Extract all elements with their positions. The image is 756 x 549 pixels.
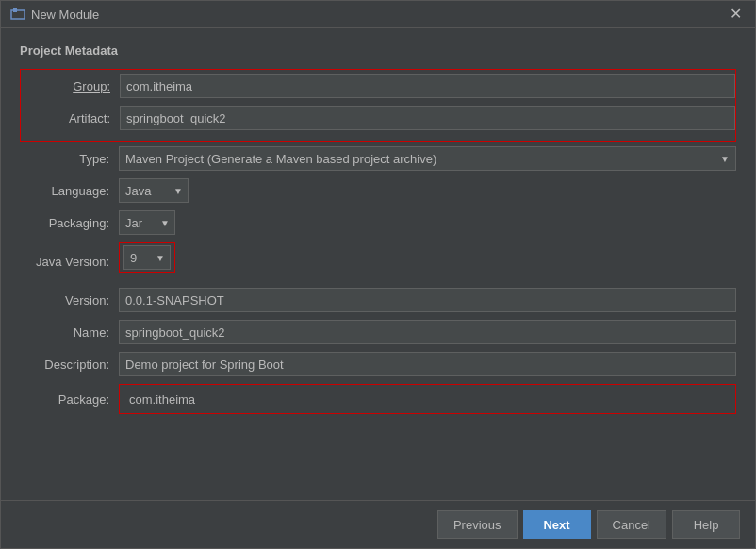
form-content: Project Metadata Group: Artifact: Type: …: [1, 28, 755, 500]
java-version-select[interactable]: 9 8 11 17: [123, 245, 171, 270]
next-button[interactable]: Next: [523, 510, 591, 539]
version-input[interactable]: [119, 288, 736, 312]
svg-rect-1: [13, 8, 17, 12]
help-button[interactable]: Help: [672, 510, 740, 539]
name-field-row: Name:: [20, 320, 736, 344]
artifact-input[interactable]: [120, 106, 735, 130]
packaging-select-wrapper: Jar War ▼: [119, 210, 175, 235]
java-version-label: Java Version:: [20, 255, 119, 269]
previous-button[interactable]: Previous: [437, 510, 518, 539]
package-label: Package:: [20, 392, 119, 407]
type-select-container: Maven Project (Generate a Maven based pr…: [119, 146, 736, 171]
dialog-title: New Module: [31, 8, 99, 22]
group-artifact-highlight: Group: Artifact:: [20, 69, 736, 142]
version-label: Version:: [20, 293, 119, 308]
language-field-row: Language: Java Kotlin Groovy ▼: [20, 178, 736, 203]
name-input[interactable]: [119, 320, 736, 344]
packaging-field-row: Packaging: Jar War ▼: [20, 210, 736, 235]
group-input[interactable]: [120, 74, 735, 98]
packaging-label: Packaging:: [20, 216, 119, 230]
version-field-row: Version:: [20, 288, 736, 312]
title-bar: New Module ✕: [1, 1, 755, 28]
title-bar-left: New Module: [10, 7, 99, 22]
type-field-row: Type: Maven Project (Generate a Maven ba…: [20, 146, 736, 171]
description-field-row: Description:: [20, 352, 736, 376]
description-label: Description:: [20, 358, 119, 372]
module-icon: [10, 7, 25, 22]
type-select-display[interactable]: Maven Project (Generate a Maven based pr…: [119, 146, 736, 171]
language-label: Language:: [20, 184, 119, 198]
close-button[interactable]: ✕: [726, 7, 746, 22]
package-input[interactable]: [123, 387, 731, 411]
section-title: Project Metadata: [20, 43, 736, 58]
name-label: Name:: [20, 325, 119, 340]
description-input[interactable]: [119, 352, 736, 376]
dialog-window: New Module ✕ Project Metadata Group: Art…: [0, 0, 756, 549]
java-version-select-wrapper: 9 8 11 17 ▼: [123, 245, 171, 270]
type-dropdown-arrow: ▼: [720, 154, 730, 164]
language-select-wrapper: Java Kotlin Groovy ▼: [119, 178, 189, 203]
java-version-highlight: 9 8 11 17 ▼: [119, 242, 175, 273]
group-field-row: Group:: [21, 74, 735, 98]
type-value: Maven Project (Generate a Maven based pr…: [125, 152, 436, 166]
cancel-button[interactable]: Cancel: [597, 510, 666, 539]
package-field-row: Package:: [20, 384, 736, 414]
package-highlight: [119, 384, 736, 414]
java-version-field-row: Java Version: 9 8 11 17 ▼: [20, 242, 736, 280]
language-select[interactable]: Java Kotlin Groovy: [119, 178, 189, 203]
type-label: Type:: [20, 152, 119, 166]
artifact-label: Artifact:: [21, 111, 120, 125]
packaging-select[interactable]: Jar War: [119, 210, 175, 235]
group-label: Group:: [21, 79, 120, 93]
dialog-footer: Previous Next Cancel Help: [1, 500, 755, 548]
artifact-field-row: Artifact:: [21, 106, 735, 130]
